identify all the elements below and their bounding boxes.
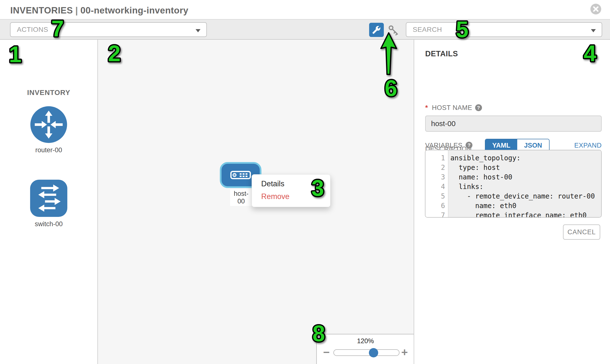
code-line: - remote_device_name: router-00	[450, 191, 601, 201]
details-panel: DETAILS * HOST NAME ? DESCRIPTION VARIAB…	[414, 40, 610, 364]
host-node-label: host-00	[230, 189, 252, 206]
breadcrumb[interactable]: INVENTORIES	[10, 5, 73, 15]
code-line: links:	[450, 182, 601, 191]
code-line: name: eth0	[450, 201, 601, 210]
host-name-label: * HOST NAME ?	[425, 104, 482, 112]
zoom-out-button[interactable]: −	[323, 347, 330, 358]
key-icon	[388, 32, 399, 37]
search-dropdown-label: SEARCH	[413, 26, 442, 34]
breadcrumb-separator: |	[73, 5, 80, 15]
close-button[interactable]	[590, 4, 601, 14]
code-line-number: 5	[426, 191, 448, 201]
variables-label: VARIABLES	[425, 142, 463, 149]
palette-item-label: router-00	[0, 146, 97, 154]
details-title: DETAILS	[425, 50, 458, 58]
context-menu-details[interactable]: Details	[252, 178, 330, 190]
topology-canvas[interactable]: host-00 Details Remove 120% − +	[98, 40, 414, 364]
variables-code-gutter: 1234567	[426, 150, 448, 217]
code-line: remote_interface_name: eth0	[450, 210, 601, 217]
code-line-number: 4	[426, 182, 448, 191]
key-button[interactable]	[388, 25, 399, 36]
variables-code-editor[interactable]: 1234567 ansible_topology: type: host nam…	[425, 150, 602, 218]
help-icon[interactable]: ?	[466, 142, 472, 149]
variables-code-body[interactable]: ansible_topology: type: host name: host-…	[448, 150, 601, 217]
toolbar: ACTIONS SEARCH	[0, 19, 610, 40]
zoom-panel: 120% − +	[316, 334, 414, 364]
palette-item-router[interactable]: router-00	[0, 106, 97, 154]
code-line: type: host	[450, 163, 601, 172]
chevron-down-icon	[195, 29, 200, 32]
code-line-number: 3	[426, 172, 448, 182]
sidebar-title: INVENTORY	[0, 89, 97, 97]
router-icon	[30, 106, 67, 143]
zoom-in-button[interactable]: +	[401, 347, 408, 358]
tools-button[interactable]	[369, 23, 384, 37]
code-line-number: 1	[426, 153, 448, 163]
help-icon[interactable]: ?	[475, 104, 482, 111]
code-line: name: host-00	[450, 172, 601, 182]
palette-item-switch[interactable]: switch-00	[0, 180, 97, 228]
zoom-level: 120%	[332, 337, 399, 345]
network-inventory-app: INVENTORIES|00-networking-inventory ACTI…	[0, 0, 610, 364]
required-asterisk: *	[425, 104, 428, 112]
page-title: INVENTORIES|00-networking-inventory	[10, 5, 188, 16]
header: INVENTORIES|00-networking-inventory	[0, 0, 610, 19]
code-line-number: 6	[426, 201, 448, 210]
palette-item-label: switch-00	[0, 220, 97, 228]
code-line-number: 7	[426, 210, 448, 218]
inventory-name: 00-networking-inventory	[80, 5, 188, 15]
search-dropdown[interactable]: SEARCH	[406, 22, 602, 37]
actions-dropdown[interactable]: ACTIONS	[10, 22, 207, 37]
code-line: ansible_topology:	[450, 153, 601, 163]
host-name-input[interactable]	[425, 116, 602, 132]
actions-dropdown-label: ACTIONS	[17, 26, 48, 34]
chevron-down-icon	[591, 29, 596, 32]
context-menu-remove[interactable]: Remove	[252, 190, 330, 203]
zoom-controls: − +	[317, 346, 414, 361]
cancel-button[interactable]: CANCEL	[563, 224, 600, 240]
zoom-slider[interactable]	[333, 349, 400, 356]
context-menu: Details Remove	[252, 174, 330, 207]
expand-link[interactable]: EXPAND	[574, 142, 602, 149]
switch-icon	[30, 180, 67, 217]
zoom-slider-thumb[interactable]	[369, 348, 378, 357]
inventory-sidebar: INVENTORY router-00 s	[0, 40, 98, 364]
code-line-number: 2	[426, 163, 448, 172]
